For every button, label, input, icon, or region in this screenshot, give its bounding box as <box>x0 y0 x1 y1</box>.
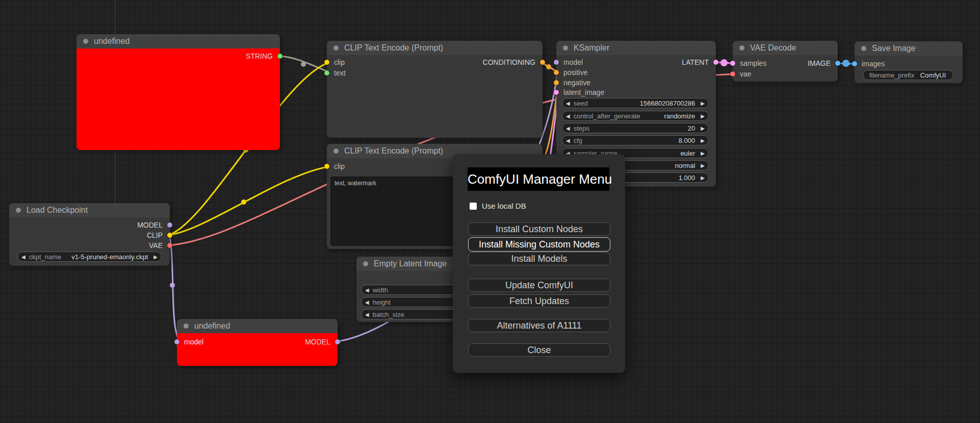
output-slot-latent: LATENT <box>682 58 716 67</box>
decrement-arrow-icon[interactable]: ◀ <box>562 101 574 106</box>
output-slot-model: MODEL <box>137 220 170 230</box>
input-slot-clip: clip <box>327 58 345 67</box>
input-slot-clip: clip <box>327 162 345 171</box>
increment-arrow-icon[interactable]: ▶ <box>697 163 708 168</box>
input-slot-latent-image: latent_image <box>556 88 604 97</box>
negative-input-dot[interactable] <box>554 80 559 85</box>
increment-arrow-icon[interactable]: ▶ <box>697 151 708 156</box>
increment-arrow-icon[interactable]: ▶ <box>697 175 708 181</box>
clip-output-dot[interactable] <box>167 233 172 238</box>
node-title[interactable]: Load Checkpoint <box>9 203 170 217</box>
update-comfyui-button[interactable]: Update ComfyUI <box>468 279 610 292</box>
latent-output-dot[interactable] <box>713 60 718 65</box>
use-local-db-checkbox[interactable] <box>470 203 477 210</box>
output-slot-image: IMAGE <box>808 59 838 68</box>
widget-filename-prefix[interactable]: filename_prefix ComfyUI <box>863 70 953 80</box>
decrement-arrow-icon[interactable]: ◀ <box>562 138 574 143</box>
decrement-arrow-icon[interactable]: ◀ <box>362 312 373 317</box>
output-slot-string: STRING <box>246 52 280 61</box>
use-local-db-row: Use local DB <box>470 202 526 210</box>
clip-input-dot[interactable] <box>324 164 329 169</box>
collapse-dot-icon[interactable] <box>363 261 368 266</box>
input-slot-model: model <box>177 337 203 346</box>
node-undefined-2[interactable]: undefined model MODEL <box>177 319 338 366</box>
collapse-dot-icon[interactable] <box>861 46 866 51</box>
node-title[interactable]: undefined <box>76 34 280 48</box>
node-title[interactable]: CLIP Text Encode (Prompt) <box>327 41 543 55</box>
output-slot-vae: VAE <box>149 241 170 250</box>
decrement-arrow-icon[interactable]: ◀ <box>562 126 574 131</box>
input-slot-positive: positive <box>556 68 587 77</box>
samples-input-dot[interactable] <box>730 61 735 66</box>
text-input-dot[interactable] <box>324 70 329 76</box>
output-slot-conditioning: CONDITIONING <box>483 58 543 67</box>
collapse-dot-icon[interactable] <box>739 45 744 51</box>
string-output-dot[interactable] <box>277 54 282 59</box>
increment-arrow-icon[interactable]: ▶ <box>150 254 161 260</box>
input-slot-vae: vae <box>733 69 752 79</box>
increment-arrow-icon[interactable]: ▶ <box>697 126 708 131</box>
collapse-dot-icon[interactable] <box>184 324 189 329</box>
input-slot-samples: samples <box>733 59 766 68</box>
model-input-dot[interactable] <box>174 339 179 344</box>
positive-input-dot[interactable] <box>554 70 559 75</box>
increment-arrow-icon[interactable]: ▶ <box>697 113 708 119</box>
increment-arrow-icon[interactable]: ▶ <box>697 138 708 143</box>
fetch-updates-button[interactable]: Fetch Updates <box>468 294 610 308</box>
node-title[interactable]: KSampler <box>556 41 716 55</box>
model-input-dot[interactable] <box>554 60 559 65</box>
widget-steps[interactable]: ◀ steps 20 ▶ <box>562 123 709 133</box>
conditioning-output-dot[interactable] <box>540 60 545 65</box>
close-button[interactable]: Close <box>468 343 610 357</box>
decrement-arrow-icon[interactable]: ◀ <box>18 254 29 260</box>
collapse-dot-icon[interactable] <box>83 39 88 44</box>
vae-input-dot[interactable] <box>730 71 735 77</box>
images-input-dot[interactable] <box>852 61 857 66</box>
widget-ckpt-name[interactable]: ◀ ckpt_name v1-5-pruned-emaonly.ckpt ▶ <box>17 252 162 262</box>
install-custom-nodes-button[interactable]: Install Custom Nodes <box>468 222 610 236</box>
node-title[interactable]: undefined <box>177 319 338 333</box>
collapse-dot-icon[interactable] <box>333 148 339 154</box>
dialog-title: ComfyUI Manager Menu <box>468 167 609 191</box>
input-slot-negative: negative <box>556 78 590 87</box>
image-output-dot[interactable] <box>835 61 840 66</box>
model-output-dot[interactable] <box>335 339 340 344</box>
node-vae-decode[interactable]: VAE Decode samples vae IMAGE <box>733 41 838 82</box>
install-missing-custom-nodes-button[interactable]: Install Missing Custom Nodes <box>468 237 610 252</box>
widget-cfg[interactable]: ◀ cfg 8.000 ▶ <box>562 135 709 145</box>
install-models-button[interactable]: Install Models <box>468 252 610 265</box>
widget-control-after-generate[interactable]: ◀ control_after_generate randomize ▶ <box>562 111 709 121</box>
input-slot-text: text <box>327 68 346 78</box>
node-graph-canvas[interactable]: undefined STRING CLIP Text Encode (Promp… <box>0 0 980 423</box>
input-slot-model: model <box>556 58 583 67</box>
clip-input-dot[interactable] <box>324 60 329 65</box>
latent-image-input-dot[interactable] <box>554 90 559 95</box>
error-node-body <box>76 48 280 150</box>
node-clip-text-encode-1[interactable]: CLIP Text Encode (Prompt) clip text COND… <box>327 41 543 138</box>
node-title[interactable]: Save Image <box>855 41 963 56</box>
output-slot-model: MODEL <box>305 337 338 346</box>
comfyui-manager-menu-dialog: ComfyUI Manager Menu Use local DB Instal… <box>453 154 625 373</box>
node-undefined-1[interactable]: undefined STRING <box>76 34 280 150</box>
collapse-dot-icon[interactable] <box>563 45 568 51</box>
decrement-arrow-icon[interactable]: ◀ <box>562 113 574 119</box>
increment-arrow-icon[interactable]: ▶ <box>697 101 708 106</box>
decrement-arrow-icon[interactable]: ◀ <box>362 287 373 293</box>
model-output-dot[interactable] <box>167 222 172 228</box>
node-load-checkpoint[interactable]: Load Checkpoint MODEL CLIP VAE ◀ ckpt_na… <box>9 203 170 266</box>
alternatives-of-a1111-button[interactable]: Alternatives of A1111 <box>468 319 610 332</box>
output-slot-clip: CLIP <box>147 231 170 240</box>
node-title[interactable]: VAE Decode <box>733 41 838 55</box>
input-slot-images: images <box>855 59 885 68</box>
collapse-dot-icon[interactable] <box>16 208 21 213</box>
widget-seed[interactable]: ◀ seed 156680208700286 ▶ <box>562 98 709 108</box>
use-local-db-label: Use local DB <box>482 202 526 210</box>
decrement-arrow-icon[interactable]: ◀ <box>362 300 373 305</box>
collapse-dot-icon[interactable] <box>333 45 339 51</box>
node-save-image[interactable]: Save Image images filename_prefix ComfyU… <box>855 41 963 83</box>
vae-output-dot[interactable] <box>167 243 172 248</box>
